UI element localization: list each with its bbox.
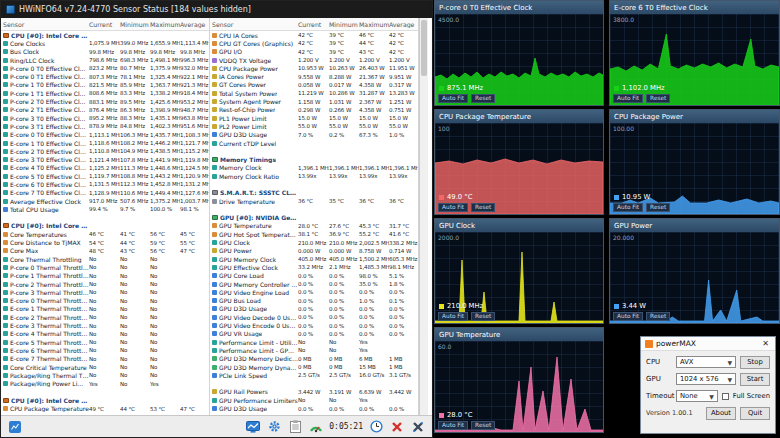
sensor-row[interactable]: Current cTDP Level bbox=[210, 139, 418, 147]
sensor-group-row[interactable]: S.M.A.R.T.: SSSTC CL4-8G512 (512.1 GB) bbox=[210, 189, 418, 197]
fullscreen-checkbox[interactable] bbox=[722, 393, 729, 400]
quit-button[interactable]: Quit bbox=[740, 407, 770, 420]
graph-titlebar[interactable]: E-core 6 T0 Effective Clock bbox=[610, 1, 779, 14]
sensor-row[interactable]: PL1 Power Limit15.0 W15.0 W15.0 W15.0 W bbox=[210, 114, 418, 122]
sensor-row[interactable]: P-core 0 Thermal ThrottlingNoNoNo bbox=[1, 263, 209, 271]
sensor-row[interactable]: GPU Hot Spot Temperature38.1 °C36.9 °C55… bbox=[210, 230, 418, 238]
auto-fit-button[interactable]: Auto Fit bbox=[613, 94, 643, 104]
powermax-close-button[interactable]: ✕ bbox=[760, 339, 771, 348]
sensor-row[interactable]: GPU Clock210.0 MHz210.0 MHz2,002.5 MHz33… bbox=[210, 238, 418, 246]
sensor-row[interactable]: E-core 7 Thermal ThrottlingNoNoNo bbox=[1, 355, 209, 363]
sensor-row[interactable]: GPU Temperature28.0 °C27.6 °C45.3 °C31.7… bbox=[210, 222, 418, 230]
gpu-resolution-select[interactable]: 1024 x 576▼ bbox=[676, 373, 736, 385]
sensor-row[interactable]: GPU Core Load0.0 %0.0 %98.0 %5.1 % bbox=[210, 272, 418, 280]
sensor-row[interactable]: PCIe Link Speed2.5 GT/s2.5 GT/s16.0 GT/s… bbox=[210, 371, 418, 379]
scrollbar-thumb[interactable] bbox=[421, 20, 427, 76]
reset-button[interactable]: Reset bbox=[471, 203, 495, 213]
sensor-row[interactable]: E-core 1 T0 Effective Clock1,118.6 MHz10… bbox=[1, 139, 209, 147]
show-graph-button[interactable] bbox=[245, 419, 261, 435]
auto-fit-button[interactable]: Auto Fit bbox=[438, 312, 468, 322]
column-header-average[interactable]: Average bbox=[180, 21, 210, 28]
sensor-row[interactable]: GPU D3D Memory Dedicated0 MB0 MB6 MB1 MB bbox=[210, 355, 418, 363]
sensor-row[interactable]: CPU GT Cores (Graphics)42 °C39 °C44 °C42… bbox=[210, 39, 418, 47]
sensor-row[interactable]: GPU Performance LimitersNoNoYes bbox=[210, 396, 418, 404]
sensor-row[interactable]: E-core 1 Thermal ThrottlingNoNoNo bbox=[1, 305, 209, 313]
sensor-row[interactable]: E-core 0 Thermal ThrottlingNoNoNo bbox=[1, 297, 209, 305]
sensor-row[interactable]: Rest-of-Chip Power0.298 W0.266 W4.358 W0… bbox=[210, 106, 418, 114]
window-titlebar[interactable]: HWiNFO64 v7.24-4770 Sensor Status [184 v… bbox=[1, 1, 432, 18]
sensor-group-row[interactable]: CPU [#0]: Intel Core i7-1... bbox=[1, 31, 209, 39]
sensor-row[interactable]: E-core 2 T0 Effective Clock1,110.8 MHz10… bbox=[1, 147, 209, 155]
column-header-current[interactable]: Current bbox=[89, 21, 120, 28]
sensor-row[interactable]: Drive Temperature36 °C35 °C36 °C36 °C bbox=[210, 197, 418, 205]
column-header-maximum[interactable]: Maximum bbox=[359, 21, 389, 28]
sensor-row[interactable]: Ring/LLC Clock798.6 MHz698.3 MHz1,498.1 … bbox=[1, 56, 209, 64]
sensor-row[interactable]: Total System Power11.219 W10.286 W31.287… bbox=[210, 89, 418, 97]
sensor-row[interactable]: P-core 2 T1 Effective Clock876.4 MHz86.3… bbox=[1, 106, 209, 114]
sensor-row[interactable]: Core Clocks1,075.9 MHz399.0 MHz1,655.9 M… bbox=[1, 39, 209, 47]
timeout-select[interactable]: None▼ bbox=[676, 390, 718, 402]
sensor-group-row[interactable]: CPU [#0]: Intel Core i7-1... bbox=[1, 396, 209, 404]
sensor-row[interactable]: P-core 3 T1 Effective Clock878.9 MHz84.8… bbox=[1, 122, 209, 130]
sensor-group-row[interactable]: CPU [#0]: Intel Core i7-1... bbox=[1, 222, 209, 230]
reset-button[interactable]: Reset bbox=[471, 94, 495, 104]
sensor-row[interactable]: Package/Ring Thermal ThrottlingNoNoNo bbox=[1, 371, 209, 379]
sensor-row[interactable]: E-core 5 Thermal ThrottlingNoNoNo bbox=[1, 338, 209, 346]
sensor-row[interactable]: GPU D3D Usage0.0 %0.0 %0.0 %0.0 % bbox=[210, 305, 418, 313]
auto-fit-button[interactable]: Auto Fit bbox=[613, 312, 643, 322]
sensor-row[interactable]: E-core 3 Thermal ThrottlingNoNoNo bbox=[1, 321, 209, 329]
graph-titlebar[interactable]: GPU Temperature bbox=[435, 328, 603, 341]
sensor-row[interactable]: GPU Memory Clock405.0 MHz405.0 MHz1,500.… bbox=[210, 255, 418, 263]
sensor-group-row[interactable]: GPU [#0]: NVIDIA GeForce RTX 3050 Laptop… bbox=[210, 214, 418, 222]
sensor-row[interactable]: CPU IA Cores42 °C39 °C46 °C42 °C bbox=[210, 31, 418, 39]
sensor-row[interactable]: GPU VR Usage0.0 %0.0 %0.0 %0.0 % bbox=[210, 330, 418, 338]
sensor-row[interactable]: Core Critical TemperatureNoNoNo bbox=[1, 363, 209, 371]
graph-titlebar[interactable]: GPU Clock bbox=[435, 219, 603, 232]
sensor-row[interactable]: GPU Effective Clock33.2 MHz2.1 MHz1,485.… bbox=[210, 263, 418, 271]
auto-fit-button[interactable]: Auto Fit bbox=[438, 421, 468, 431]
column-header-minimum[interactable]: Minimum bbox=[329, 21, 359, 28]
sensor-row[interactable]: P-core 3 T0 Effective Clock895.2 MHz88.3… bbox=[1, 114, 209, 122]
sensor-row[interactable]: GPU Memory Controller Load0.0 %0.0 %35.0… bbox=[210, 280, 418, 288]
sensor-row[interactable]: E-core 5 T0 Effective Clock1,119.7 MHz10… bbox=[1, 172, 209, 180]
auto-fit-button[interactable]: Auto Fit bbox=[438, 203, 468, 213]
column-header-maximum[interactable]: Maximum bbox=[150, 21, 180, 28]
sensor-settings-button[interactable] bbox=[266, 419, 282, 435]
sensor-row[interactable]: IA Cores Power9.558 W8.288 W21.367 W9.95… bbox=[210, 72, 418, 80]
sensor-row[interactable]: GPU Video Encode 0 Usage0.0 %0.0 %0.0 %0… bbox=[210, 321, 418, 329]
sensor-row[interactable]: Memory Clock1,396.1 MHz1,396.1 MHz1,396.… bbox=[210, 164, 418, 172]
sensor-row[interactable]: E-core 6 T0 Effective Clock1,131.5 MHz11… bbox=[1, 180, 209, 188]
sensor-row[interactable]: Core Temperatures46 °C41 °C56 °C45 °C bbox=[1, 230, 209, 238]
close-sensors-button[interactable] bbox=[410, 419, 426, 435]
sensor-row[interactable]: GPU D3D Usage0.0 %0.0 %0.0 %0.0 % bbox=[210, 404, 418, 412]
sensor-row[interactable]: PL2 Power Limit55.0 W55.0 W55.0 W55.0 W bbox=[210, 122, 418, 130]
graph-titlebar[interactable]: CPU Package Temperature bbox=[435, 110, 603, 123]
auto-fit-button[interactable]: Auto Fit bbox=[613, 203, 643, 213]
column-header-minimum[interactable]: Minimum bbox=[120, 21, 150, 28]
sensor-row[interactable]: GPU I/O42 °C39 °C43 °C42 °C bbox=[210, 48, 418, 56]
sensor-row[interactable]: P-core 0 T0 Effective Clock823.2 MHz80.7… bbox=[1, 64, 209, 72]
sensor-group-row[interactable]: Memory Timings bbox=[210, 155, 418, 163]
sensor-row[interactable]: Performance Limit - GPU BoostNoNoYes bbox=[210, 346, 418, 354]
hwinfo-tray-button[interactable] bbox=[7, 419, 23, 435]
reset-button[interactable]: Reset bbox=[471, 421, 495, 431]
graph-titlebar[interactable]: GPU Power bbox=[610, 219, 779, 232]
sensor-row[interactable]: E-core 6 Thermal ThrottlingNoNoNo bbox=[1, 346, 209, 354]
sensor-row[interactable]: System Agent Power1.158 W1.031 W2.367 W1… bbox=[210, 97, 418, 105]
sensor-row[interactable]: Total CPU Usage99.4 %9.7 %100.0 %98.1 % bbox=[1, 205, 209, 213]
sensor-row[interactable]: Bus Clock99.8 MHz99.8 MHz99.8 MHz99.8 MH… bbox=[1, 48, 209, 56]
sensor-row[interactable]: GPU Video Decode 0 Usage0.0 %0.0 %0.0 %0… bbox=[210, 313, 418, 321]
reset-button[interactable]: Reset bbox=[646, 203, 670, 213]
reset-clock-button[interactable] bbox=[368, 419, 384, 435]
column-header-average[interactable]: Average bbox=[389, 21, 419, 28]
column-header-sensor[interactable]: Sensor bbox=[3, 21, 89, 28]
sensor-row[interactable]: Average Effective Clock917.0 MHz507.6 MH… bbox=[1, 197, 209, 205]
reset-button[interactable]: Reset bbox=[646, 312, 670, 322]
sensor-row[interactable]: GPU Power0.000 W0.000 W8.758 W0.714 W bbox=[210, 247, 418, 255]
logging-stop-button[interactable] bbox=[389, 419, 405, 435]
sensor-row[interactable]: GPU D3D Memory Dynamic0 MB0 MB15 MB1 MB bbox=[210, 363, 418, 371]
sensor-row[interactable]: VDDQ TX Voltage1.200 V1.200 V1.200 V1.20… bbox=[210, 56, 418, 64]
sensor-row[interactable]: P-core 1 T1 Effective Clock808.6 MHz83.3… bbox=[1, 89, 209, 97]
sensor-row[interactable]: E-core 4 Thermal ThrottlingNoNoNo bbox=[1, 330, 209, 338]
graph-titlebar[interactable]: P-core 0 T0 Effective Clock bbox=[435, 1, 603, 14]
